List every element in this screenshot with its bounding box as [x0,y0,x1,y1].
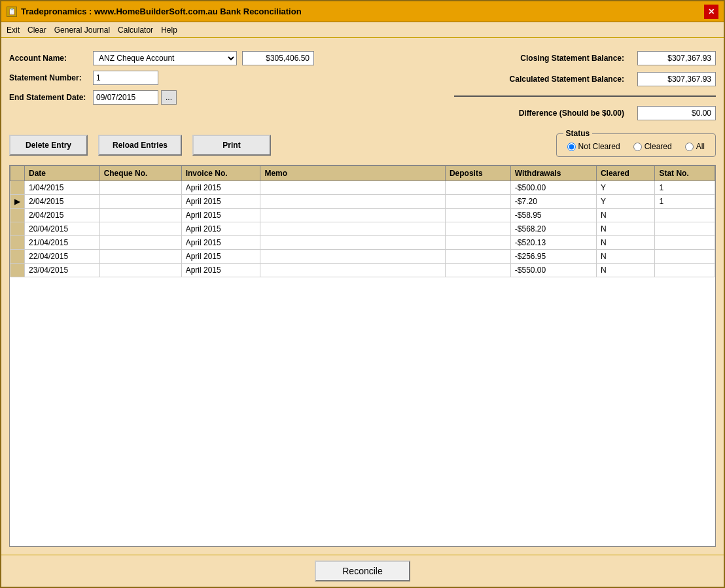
table-row[interactable]: 20/04/2015April 2015-$568.20N [10,222,715,236]
col-row-withdrawals: -$550.00 [510,264,596,277]
col-row-deposits [445,222,510,236]
statement-number-input[interactable] [93,71,158,85]
status-all-radio[interactable] [685,143,694,151]
table-row[interactable]: 21/04/2015April 2015-$520.13N [10,236,715,250]
col-row-invoice: April 2015 [181,222,260,236]
col-row-invoice: April 2015 [181,264,260,277]
difference-label: Difference (Should be $0.00) [454,109,624,118]
title-bar: 📋 Tradepronamics : www.HomeBuilderSoft.c… [1,1,724,22]
col-row-deposits [445,236,510,250]
status-not-cleared-radio[interactable] [567,143,576,151]
buttons-row: Delete Entry Reload Entries Print Status… [9,131,716,160]
end-date-label: End Statement Date: [9,93,88,102]
col-row-indicator [10,250,25,264]
table-row[interactable]: 1/04/2015April 2015-$500.00Y1 [10,181,715,195]
close-button[interactable]: ✕ [704,5,718,19]
menu-bar: Exit Clear General Journal Calculator He… [1,22,724,38]
col-row-invoice: April 2015 [181,181,260,195]
col-row-cleared: N [596,209,654,222]
print-button[interactable]: Print [192,135,271,156]
col-row-indicator [10,181,25,195]
end-date-row: End Statement Date: ... [9,90,314,105]
reload-entries-button[interactable]: Reload Entries [98,135,182,156]
menu-clear[interactable]: Clear [27,26,46,35]
title-bar-text: Tradepronamics : www.HomeBuilderSoft.com… [21,7,302,16]
calculated-balance-label: Calculated Statement Balance: [454,75,624,84]
entries-table: Date Cheque No. Invoice No. Memo Deposit… [10,165,715,277]
status-all[interactable]: All [685,142,705,151]
col-row-statno [655,264,715,277]
col-row-date: 2/04/2015 [25,195,100,209]
col-row-withdrawals: -$520.13 [510,236,596,250]
calculated-balance-row: Calculated Statement Balance: $307,367.9… [454,72,716,86]
left-buttons: Delete Entry Reload Entries Print [9,135,271,156]
col-row-cleared: N [596,264,654,277]
col-row-date: 23/04/2015 [25,264,100,277]
col-row-deposits [445,181,510,195]
col-row-deposits [445,209,510,222]
col-row-cleared: Y [596,181,654,195]
col-row-memo [260,250,445,264]
col-row-cheque [99,264,181,277]
status-options: Not Cleared Cleared All [567,142,705,151]
col-cleared: Cleared [596,166,654,181]
col-withdrawals: Withdrawals [510,166,596,181]
col-row-date: 1/04/2015 [25,181,100,195]
col-row-indicator [10,209,25,222]
col-row-invoice: April 2015 [181,209,260,222]
account-name-row: Account Name: ANZ Cheque Account $305,40… [9,51,314,65]
date-row: ... [93,90,177,105]
table-row[interactable]: 22/04/2015April 2015-$256.95N [10,250,715,264]
reconcile-button[interactable]: Reconcile [315,561,410,581]
col-row-date: 22/04/2015 [25,250,100,264]
col-row-cheque [99,250,181,264]
end-date-input[interactable] [93,90,158,105]
status-not-cleared[interactable]: Not Cleared [567,142,620,151]
closing-balance-label: Closing Statement Balance: [454,54,624,63]
col-date: Date [25,166,100,181]
status-cleared[interactable]: Cleared [633,142,672,151]
col-row-statno: 1 [655,181,715,195]
col-row-indicator [10,264,25,277]
col-row-invoice: April 2015 [181,236,260,250]
difference-row: Difference (Should be $0.00) $0.00 [454,106,716,120]
menu-help[interactable]: Help [161,26,177,35]
table-row[interactable]: 23/04/2015April 2015-$550.00N [10,264,715,277]
col-row-memo [260,195,445,209]
col-cheque-no: Cheque No. [99,166,181,181]
menu-general-journal[interactable]: General Journal [54,26,110,35]
col-row-cheque [99,195,181,209]
col-row-cleared: N [596,222,654,236]
table-row[interactable]: ▶2/04/2015April 2015-$7.20Y1 [10,195,715,209]
col-row-memo [260,181,445,195]
col-row-memo [260,209,445,222]
account-balance-display: $305,406.50 [242,51,314,65]
col-row-statno [655,236,715,250]
col-row-invoice: April 2015 [181,195,260,209]
col-row-memo [260,222,445,236]
col-row-withdrawals: -$500.00 [510,181,596,195]
table-scroll-area[interactable]: Date Cheque No. Invoice No. Memo Deposit… [10,165,715,546]
delete-entry-button[interactable]: Delete Entry [9,135,88,156]
bottom-bar: Reconcile [1,555,724,587]
menu-exit[interactable]: Exit [7,26,20,35]
col-memo: Memo [260,166,445,181]
col-row-withdrawals: -$256.95 [510,250,596,264]
app-icon: 📋 [7,7,17,17]
col-stat-no: Stat No. [655,166,715,181]
date-browse-button[interactable]: ... [161,90,177,105]
status-cleared-radio[interactable] [633,143,642,151]
difference-value: $0.00 [637,106,716,120]
menu-calculator[interactable]: Calculator [118,26,153,35]
col-row-cleared: Y [596,195,654,209]
account-name-select[interactable]: ANZ Cheque Account [93,51,237,65]
calculated-balance-value: $307,367.93 [637,72,716,86]
main-window: 📋 Tradepronamics : www.HomeBuilderSoft.c… [0,0,725,588]
col-row-date: 21/04/2015 [25,236,100,250]
col-row-cleared: N [596,250,654,264]
col-row-cheque [99,209,181,222]
col-row-cleared: N [596,236,654,250]
statement-number-label: Statement Number: [9,73,88,82]
col-row-indicator [10,236,25,250]
table-row[interactable]: 2/04/2015April 2015-$58.95N [10,209,715,222]
